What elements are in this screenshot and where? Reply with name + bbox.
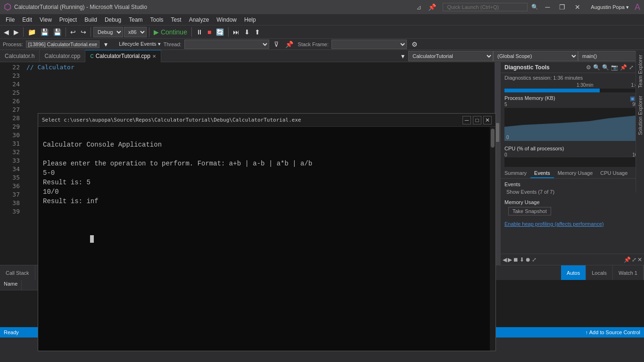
debug-bar: Process: [13896] CalculatorTutorial.exe … (0, 39, 644, 50)
lifecycle-events[interactable]: Lifecycle Events ▾ (119, 41, 161, 47)
show-events-button[interactable]: Show Events (7 of 7) (504, 188, 556, 196)
undo-button[interactable]: ↩ (68, 27, 78, 37)
stack-settings-btn[interactable]: ⚙ (410, 40, 420, 49)
tab-calculator-tutorial-cpp[interactable]: C CalculatorTutorial.cpp ✕ (85, 50, 161, 62)
diag-bottom-btn-5[interactable]: ⏺ (525, 256, 531, 263)
console-title: Select c:\users\aupopa\Source\Repos\Calc… (42, 117, 301, 123)
vertical-tabs: Team Explorer Solution Explorer (636, 51, 644, 192)
user-name[interactable]: Augustin Popa ▾ (591, 4, 629, 10)
bottom-tab-autos[interactable]: Autos (561, 265, 586, 280)
console-content[interactable]: Calculator Console Application Please en… (38, 127, 495, 351)
save-all-button[interactable]: 💾 (51, 27, 63, 37)
line-num-37: 37 (0, 190, 23, 199)
tab-calculator-cpp[interactable]: Calculator.cpp (40, 50, 85, 62)
menu-tools[interactable]: Tools (147, 16, 167, 24)
console-line-7: 10/0 (43, 187, 491, 197)
diag-close-bottom-btn[interactable]: ✕ (637, 256, 642, 263)
console-restore-btn[interactable]: □ (473, 116, 481, 124)
restart-button[interactable]: 🔄 (214, 27, 226, 37)
bottom-tab-locals[interactable]: Locals (586, 265, 613, 280)
quick-launch-input[interactable] (443, 3, 528, 11)
console-scrollbar-track[interactable] (490, 127, 495, 351)
toolbar-separator-6 (228, 27, 229, 37)
diag-bottom-btn-6[interactable]: ⤢ (532, 256, 537, 263)
member-dropdown[interactable]: main() (578, 51, 644, 61)
diag-tab-memory[interactable]: Memory Usage (554, 169, 597, 178)
stop-button[interactable]: ■ (206, 27, 213, 37)
menu-edit[interactable]: Edit (18, 16, 36, 24)
minimize-button[interactable]: ─ (542, 3, 553, 11)
process-dropdown-btn[interactable]: ▾ (102, 40, 109, 49)
continue-button[interactable]: ▶ Continue (152, 27, 189, 37)
process-label: Process: (3, 41, 23, 47)
diag-pin-bottom-btn[interactable]: 📌 (624, 256, 631, 263)
timeline-bar[interactable] (504, 89, 640, 92)
menu-build[interactable]: Build (81, 16, 101, 24)
step-out-button[interactable]: ⬆ (253, 27, 262, 37)
menu-analyze[interactable]: Analyze (185, 16, 213, 24)
menu-team[interactable]: Team (125, 16, 146, 24)
diag-zoom-in-btn[interactable]: 🔍 (602, 64, 609, 71)
cpu-val-left: 0 (504, 152, 507, 157)
config-dropdown[interactable]: Debug (93, 27, 123, 37)
platform-dropdown[interactable]: x86 (124, 27, 147, 37)
console-close-btn[interactable]: ✕ (483, 116, 492, 124)
diag-snapshot-icon[interactable]: 📷 (611, 64, 618, 71)
menu-view[interactable]: View (36, 16, 56, 24)
console-scrollbar-thumb[interactable] (491, 129, 495, 148)
thread-dropdown[interactable] (184, 40, 269, 49)
memory-usage-section: Memory Usage Take Snapshot (501, 197, 644, 219)
memory-header: Process Memory (KB) ▣ ● (504, 95, 640, 102)
menu-window[interactable]: Window (213, 16, 240, 24)
diag-tab-cpu[interactable]: CPU Usage (596, 169, 631, 178)
open-button[interactable]: 📁 (26, 27, 38, 37)
diag-zoom-fit-btn[interactable]: 🔍 (593, 64, 600, 71)
menu-debug[interactable]: Debug (101, 16, 125, 24)
tab-list-btn[interactable]: ▾ (399, 51, 406, 61)
memory-chart-svg (504, 108, 640, 141)
restore-button[interactable]: ❐ (556, 3, 568, 11)
breakpoint-button[interactable]: ⏭ (231, 27, 241, 37)
diag-bottom-btn-3[interactable]: ⏹ (513, 256, 519, 263)
tab-bar: Calculator.h Calculator.cpp C Calculator… (0, 50, 644, 62)
stack-frame-dropdown[interactable] (331, 40, 407, 49)
close-button[interactable]: ✕ (572, 3, 583, 11)
menu-help[interactable]: Help (240, 16, 260, 24)
main-area: 22 23 24 25 26 27 28 29 30 31 32 33 34 3… (0, 62, 644, 265)
diag-bottom-btn-2[interactable]: ▶ (508, 256, 512, 263)
diag-bottom-btn-4[interactable]: ⬇ (520, 256, 524, 263)
back-button[interactable]: ◀ (2, 27, 11, 37)
add-to-source-control[interactable]: ↑ Add to Source Control (586, 329, 640, 335)
save-button[interactable]: 💾 (39, 27, 50, 37)
thread-pin-btn[interactable]: 📌 (283, 40, 295, 49)
forward-button[interactable]: ▶ (12, 27, 21, 37)
tab-close-icon[interactable]: ✕ (152, 54, 156, 59)
diag-settings-btn[interactable]: ⚙ (586, 64, 591, 71)
diag-tab-events[interactable]: Events (530, 169, 554, 178)
take-snapshot-button[interactable]: Take Snapshot (508, 207, 551, 215)
thread-filter-btn[interactable]: ⊽ (272, 40, 281, 49)
scope-dropdown[interactable]: CalculatorTutorial (408, 51, 493, 61)
menu-test[interactable]: Test (167, 16, 185, 24)
member-scope-dropdown[interactable]: (Global Scope) (493, 51, 578, 61)
diag-pin-btn[interactable]: 📌 (620, 64, 627, 71)
step-over-button[interactable]: ⏸ (194, 27, 205, 37)
bottom-tab-call-stack[interactable]: Call Stack (0, 265, 35, 280)
diagnostic-session-label: Diagnostics session: 1:36 minutes (501, 73, 644, 82)
team-explorer-tab[interactable]: Team Explorer (636, 51, 644, 92)
diag-expand-bottom-btn[interactable]: ⤢ (632, 256, 636, 263)
diag-expand-btn[interactable]: ⤢ (629, 64, 634, 71)
bottom-tab-watch-1[interactable]: Watch 1 (613, 265, 644, 280)
diag-tab-summary[interactable]: Summary (501, 169, 530, 178)
pin-button[interactable]: 📌 (425, 3, 439, 11)
diag-bottom-btn-1[interactable]: ◀ (503, 256, 507, 263)
menu-project[interactable]: Project (56, 16, 81, 24)
step-into-button[interactable]: ⬇ (242, 27, 252, 37)
menu-file[interactable]: File (2, 16, 18, 24)
console-minimize-btn[interactable]: ─ (462, 116, 471, 124)
solution-explorer-tab[interactable]: Solution Explorer (636, 92, 644, 139)
line-num-24: 24 (0, 80, 23, 89)
code-scrollbar-thumb[interactable] (495, 123, 499, 142)
tab-calculator-h[interactable]: Calculator.h (0, 50, 40, 62)
redo-button[interactable]: ↪ (79, 27, 88, 37)
